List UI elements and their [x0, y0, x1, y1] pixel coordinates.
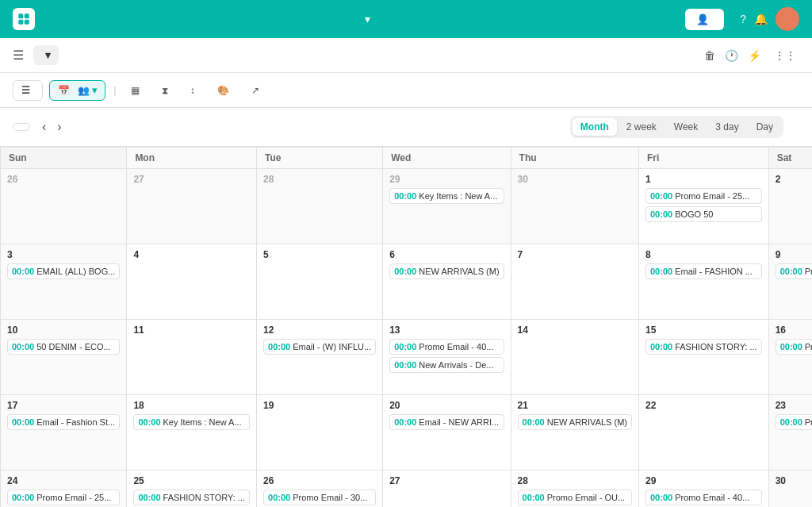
calendar-event[interactable]: 00:00Promo Email - 40...: [389, 339, 504, 355]
day-number: 26: [263, 475, 376, 486]
event-title: NEW ARRIVALS (M): [419, 267, 499, 276]
tab-2week[interactable]: 2 week: [619, 118, 665, 136]
views-button[interactable]: ☰: [13, 80, 43, 101]
day-cell[interactable]: 2300:00Promo Email - 25...+: [769, 395, 812, 471]
day-cell[interactable]: 2000:00Email - NEW ARRI...+: [383, 395, 511, 471]
filter-button[interactable]: ⧗: [155, 81, 178, 100]
calendar-event[interactable]: 00:00NEW ARRIVALS (M): [518, 414, 632, 430]
calendar-event[interactable]: 00:00Promo Email - 25...: [7, 490, 120, 505]
day-header-tue: Tue: [257, 148, 383, 169]
day-cell[interactable]: 14+: [511, 320, 639, 395]
calendar-event[interactable]: 00:00Promo Email - 30...: [263, 490, 376, 505]
today-button[interactable]: [13, 123, 30, 131]
day-number: 6: [389, 249, 504, 260]
day-cell[interactable]: 2400:00Promo Email - 25...+: [1, 471, 127, 507]
avatar[interactable]: [776, 7, 799, 31]
field-icon: ▦: [131, 85, 140, 96]
day-cell[interactable]: 30+: [769, 471, 812, 507]
calendar-view-button[interactable]: 📅 👥 ▾: [49, 80, 105, 101]
tab-month[interactable]: Month: [573, 118, 617, 136]
calendar-event[interactable]: 00:00Promo Email - 25...: [776, 414, 812, 430]
share-view-button[interactable]: ↗: [245, 81, 269, 100]
sort-button[interactable]: ↕: [184, 81, 205, 100]
day-number: 20: [389, 400, 504, 411]
day-number: 16: [776, 325, 812, 336]
calendar-event[interactable]: 00:00FASHION STORY: ...: [133, 490, 250, 505]
event-title: FASHION STORY: ...: [163, 493, 246, 502]
day-cell[interactable]: 1500:00FASHION STORY: ...+: [639, 320, 769, 395]
field-selector-button[interactable]: ▦: [124, 81, 149, 100]
day-number: 2: [776, 174, 812, 185]
calendar-event[interactable]: 00:00EMAIL (ALL) BOG...: [7, 263, 120, 279]
calendar-event[interactable]: 00:00Promo Email - OU...: [776, 263, 812, 279]
day-cell[interactable]: 2500:00FASHION STORY: ...00:00(W) INFLUE…: [127, 471, 257, 507]
day-cell[interactable]: 28+: [257, 169, 383, 244]
day-cell[interactable]: 19+: [257, 395, 383, 471]
day-cell[interactable]: 22+: [639, 395, 769, 471]
day-cell[interactable]: 5+: [257, 244, 383, 320]
day-number: 28: [263, 174, 376, 185]
calendar-event[interactable]: 00:00Email - Fashion St...: [7, 414, 120, 430]
calendar-event[interactable]: 00:00FASHION STORY: ...: [645, 339, 762, 355]
day-cell[interactable]: 2900:00Promo Email - 40...+: [639, 471, 769, 507]
day-cell[interactable]: 2900:00Key Items : New A...+: [383, 169, 511, 244]
calendar-event[interactable]: 00:00Email - FASHION ...: [645, 263, 762, 279]
apps-button[interactable]: ⋮⋮: [774, 49, 799, 62]
day-cell[interactable]: 30+: [511, 169, 639, 244]
day-cell[interactable]: 1300:00Promo Email - 40...00:00New Arriv…: [383, 320, 511, 395]
tab-3day[interactable]: 3 day: [707, 118, 746, 136]
day-cell[interactable]: 1700:00Email - Fashion St...+: [1, 395, 127, 471]
day-cell[interactable]: 1000:0050 DENIM - ECO...+: [1, 320, 127, 395]
day-cell[interactable]: 27+: [383, 471, 511, 507]
share-button[interactable]: 👤: [685, 9, 724, 30]
calendar-event[interactable]: 00:00Key Items : New A...: [389, 188, 504, 204]
tab-day[interactable]: Day: [749, 118, 781, 136]
color-button[interactable]: 🎨: [211, 81, 239, 100]
day-cell[interactable]: 800:00Email - FASHION ...+: [639, 244, 769, 320]
app-logo[interactable]: [13, 8, 35, 30]
day-cell[interactable]: 7+: [511, 244, 639, 320]
table-name-button[interactable]: ▾: [33, 45, 59, 65]
day-cell[interactable]: 1200:00Email - (W) INFLU...+: [257, 320, 383, 395]
day-cell[interactable]: 11+: [127, 320, 257, 395]
day-cell[interactable]: 2100:00NEW ARRIVALS (M)+: [511, 395, 639, 471]
calendar-event[interactable]: 00:00Key Items : New A...: [133, 414, 250, 430]
help-icon[interactable]: ?: [740, 13, 746, 25]
calendar-event[interactable]: 00:00Promo Email - 40...: [645, 490, 762, 505]
calendar-event[interactable]: 00:00Email - NEW ARRI...: [389, 414, 504, 430]
next-month-button[interactable]: ›: [53, 118, 65, 136]
event-time: 00:00: [394, 360, 416, 370]
calendar-event[interactable]: 00:00Promo Email - 25...: [645, 188, 762, 204]
day-cell[interactable]: 2600:00Promo Email - 30...+: [257, 471, 383, 507]
day-cell[interactable]: 600:00NEW ARRIVALS (M)+: [383, 244, 511, 320]
day-cell[interactable]: 900:00Promo Email - OU...+: [769, 244, 812, 320]
day-cell[interactable]: 26+: [1, 169, 127, 244]
day-cell[interactable]: 1800:00Key Items : New A...+: [127, 395, 257, 471]
calendar-event[interactable]: 00:00Email - (W) INFLU...: [263, 339, 376, 355]
day-cell[interactable]: 1600:00Promo Email (M) -...+: [769, 320, 812, 395]
calendar-event[interactable]: 00:00New Arrivals - De...: [389, 357, 504, 373]
day-cell[interactable]: 4+: [127, 244, 257, 320]
hamburger-icon[interactable]: ☰: [13, 48, 24, 63]
event-time: 00:00: [523, 417, 545, 427]
views-icon: ☰: [21, 85, 30, 96]
day-cell[interactable]: 27+: [127, 169, 257, 244]
page-title-dropdown-icon[interactable]: ▾: [365, 13, 370, 25]
calendar-event[interactable]: 00:00BOGO 50: [645, 206, 762, 222]
calendar-event[interactable]: 00:00Promo Email (M) -...: [776, 339, 812, 355]
automations-button[interactable]: ⚡: [748, 49, 764, 62]
notifications-icon[interactable]: 🔔: [754, 13, 768, 25]
day-cell[interactable]: 2800:00Promo Email - OU...+: [511, 471, 639, 507]
calendar-event[interactable]: 00:0050 DENIM - ECO...: [7, 339, 120, 355]
svg-rect-3: [25, 20, 29, 25]
calendar-event[interactable]: 00:00Promo Email - OU...: [518, 490, 632, 505]
calendar-event[interactable]: 00:00NEW ARRIVALS (M): [389, 263, 504, 279]
day-cell[interactable]: 100:00Promo Email - 25...00:00BOGO 50+: [639, 169, 769, 244]
history-button[interactable]: 🕐: [725, 49, 738, 62]
day-number: 21: [518, 400, 632, 411]
prev-month-button[interactable]: ‹: [38, 118, 50, 136]
day-cell[interactable]: 2+: [769, 169, 812, 244]
day-cell[interactable]: 300:00EMAIL (ALL) BOG...+: [1, 244, 127, 320]
trash-button[interactable]: 🗑: [704, 49, 715, 62]
tab-week[interactable]: Week: [666, 118, 706, 136]
